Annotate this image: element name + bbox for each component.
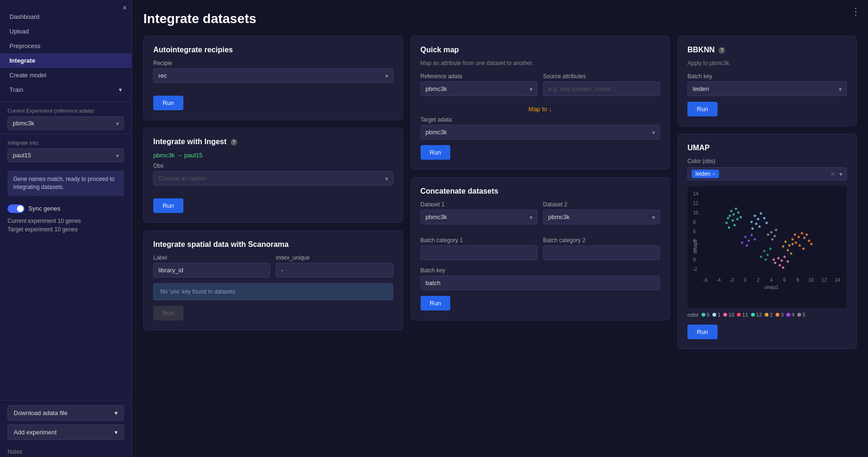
svg-point-40 bbox=[752, 228, 754, 230]
svg-text:-2: -2 bbox=[693, 267, 697, 272]
autointegrate-run-button[interactable]: Run bbox=[153, 96, 183, 110]
color-obs-label: Color (obs) bbox=[687, 158, 847, 164]
source-attr-input[interactable] bbox=[543, 82, 660, 96]
batch-cat2-input[interactable] bbox=[543, 245, 660, 260]
svg-point-54 bbox=[806, 234, 808, 236]
svg-point-41 bbox=[766, 222, 768, 224]
legend-item-5: 5 bbox=[797, 312, 805, 318]
legend-item-3: 3 bbox=[776, 312, 784, 318]
svg-point-43 bbox=[748, 240, 750, 242]
svg-point-66 bbox=[781, 260, 783, 262]
svg-text:10: 10 bbox=[808, 277, 814, 283]
svg-point-31 bbox=[728, 227, 730, 229]
clear-tags-icon[interactable]: ✕ bbox=[830, 171, 835, 178]
svg-point-46 bbox=[746, 245, 748, 247]
sync-genes-toggle[interactable] bbox=[8, 204, 25, 213]
download-adata-button[interactable]: Download adata file ▾ bbox=[8, 405, 124, 421]
ingest-info-icon[interactable]: ? bbox=[231, 139, 237, 146]
bbknn-info-icon[interactable]: ? bbox=[719, 47, 725, 54]
svg-point-53 bbox=[803, 237, 806, 239]
top-menu-icon[interactable]: ⋮ bbox=[851, 6, 860, 17]
svg-text:2: 2 bbox=[757, 277, 760, 283]
bbknn-batch-key-select[interactable]: leiden bbox=[687, 82, 847, 96]
svg-point-27 bbox=[737, 212, 740, 214]
concatenate-datasets: Dataset 1 pbmc3k Dataset 2 pbmc3k bbox=[421, 201, 661, 230]
svg-point-60 bbox=[788, 245, 791, 247]
sync-genes-label: Sync genes bbox=[28, 205, 60, 212]
cards-layout: Autointegrate recipies Recipie rec Run I… bbox=[143, 36, 857, 349]
svg-point-80 bbox=[767, 234, 769, 236]
sidebar-nav: Dashboard Upload Preprocess Integrate Cr… bbox=[0, 0, 132, 102]
integrate-into-select[interactable]: paul15 bbox=[8, 148, 124, 162]
ingest-run-button[interactable]: Run bbox=[153, 198, 183, 213]
obs-select[interactable]: Choose an option bbox=[153, 171, 393, 186]
batch-cat1-input[interactable] bbox=[421, 245, 537, 260]
label-field-input[interactable] bbox=[153, 263, 270, 277]
sidebar-item-integrate[interactable]: Integrate bbox=[0, 53, 132, 68]
current-genes-info: Current experiment 10 genes bbox=[0, 217, 132, 225]
svg-point-64 bbox=[790, 253, 793, 255]
obs-label: Obs bbox=[153, 163, 393, 169]
legend-item-10: 10 bbox=[723, 312, 734, 318]
bbknn-apply-label: Apply to pbmc3k bbox=[687, 60, 847, 66]
quickmap-run-button[interactable]: Run bbox=[421, 145, 451, 160]
bbknn-card: BBKNN ? Apply to pbmc3k Batch key leiden… bbox=[678, 36, 857, 126]
bbknn-run-button[interactable]: Run bbox=[687, 102, 718, 116]
sidebar-item-upload[interactable]: Upload bbox=[0, 24, 132, 39]
batch-key-label: Batch key bbox=[421, 267, 661, 274]
current-experiment-section: Current Experiment (reference adata): pb… bbox=[0, 102, 132, 134]
svg-point-22 bbox=[733, 213, 735, 216]
ref-adata-select[interactable]: pbmc3k bbox=[421, 82, 537, 96]
quickmap-title: Quick map bbox=[421, 46, 661, 54]
chevron-down-icon: ▾ bbox=[119, 86, 122, 93]
svg-point-75 bbox=[760, 256, 762, 258]
umap-legend: color 0 1 10 11 bbox=[687, 312, 847, 318]
umap-card: UMAP Color (obs) leiden × ✕ ▾ 14 12 bbox=[678, 134, 857, 349]
umap-run-button[interactable]: Run bbox=[687, 325, 718, 339]
main-content: ⋮ Integrate datasets Autointegrate recip… bbox=[132, 0, 868, 457]
dataset2-select[interactable]: pbmc3k bbox=[543, 210, 660, 224]
sidebar-item-create-model[interactable]: Create model bbox=[0, 68, 132, 82]
add-experiment-button[interactable]: Add experiment ▾ bbox=[8, 424, 124, 440]
svg-point-28 bbox=[726, 222, 728, 224]
svg-point-37 bbox=[755, 223, 758, 225]
svg-point-48 bbox=[794, 234, 796, 236]
umap-svg: 14 12 10 8 6 4 2 0 -2 umap2 -6 -4 bbox=[691, 190, 842, 303]
sidebar-item-dashboard[interactable]: Dashboard bbox=[0, 9, 132, 24]
recipe-select[interactable]: rec bbox=[153, 68, 393, 83]
svg-point-56 bbox=[808, 240, 810, 242]
sidebar-item-preprocess[interactable]: Preprocess bbox=[0, 39, 132, 53]
svg-point-58 bbox=[810, 243, 813, 245]
tags-dropdown-icon[interactable]: ▾ bbox=[839, 171, 843, 178]
svg-point-76 bbox=[769, 248, 772, 250]
svg-text:umap1: umap1 bbox=[764, 285, 779, 290]
svg-point-42 bbox=[744, 236, 747, 238]
dataset1-select[interactable]: pbmc3k bbox=[421, 210, 537, 224]
concatenate-title: Concatenate datasets bbox=[421, 187, 661, 196]
scanorama-run-button[interactable]: Run bbox=[153, 306, 183, 320]
color-obs-input[interactable]: leiden × ✕ ▾ bbox=[687, 167, 847, 180]
svg-point-33 bbox=[754, 215, 756, 217]
y-axis-label: 14 bbox=[693, 191, 699, 196]
concatenate-run-button[interactable]: Run bbox=[421, 296, 451, 310]
legend-dot-5 bbox=[797, 313, 801, 317]
legend-title: color bbox=[687, 312, 699, 318]
scanorama-error-box: No 'uns' key found in datasets bbox=[153, 283, 393, 300]
notes-label: Notes bbox=[8, 449, 22, 455]
tag-remove-icon[interactable]: × bbox=[712, 171, 715, 177]
svg-point-30 bbox=[740, 216, 742, 219]
close-icon[interactable]: × bbox=[123, 4, 127, 12]
current-experiment-select[interactable]: pbmc3k bbox=[8, 116, 124, 130]
map-to-label[interactable]: Map to ↓ bbox=[421, 106, 661, 113]
umap-title: UMAP bbox=[687, 144, 847, 152]
legend-dot-4 bbox=[786, 313, 790, 317]
batch-key-input[interactable] bbox=[421, 276, 661, 290]
svg-point-72 bbox=[782, 267, 785, 269]
sidebar-item-train[interactable]: Train ▾ bbox=[0, 82, 132, 97]
svg-text:umap2: umap2 bbox=[693, 239, 698, 253]
index-unique-input[interactable] bbox=[276, 263, 393, 277]
legend-dot-10 bbox=[723, 313, 727, 317]
svg-point-81 bbox=[775, 229, 777, 231]
target-adata-select[interactable]: pbmc3k bbox=[421, 125, 661, 139]
sync-genes-row: Sync genes bbox=[0, 201, 132, 217]
